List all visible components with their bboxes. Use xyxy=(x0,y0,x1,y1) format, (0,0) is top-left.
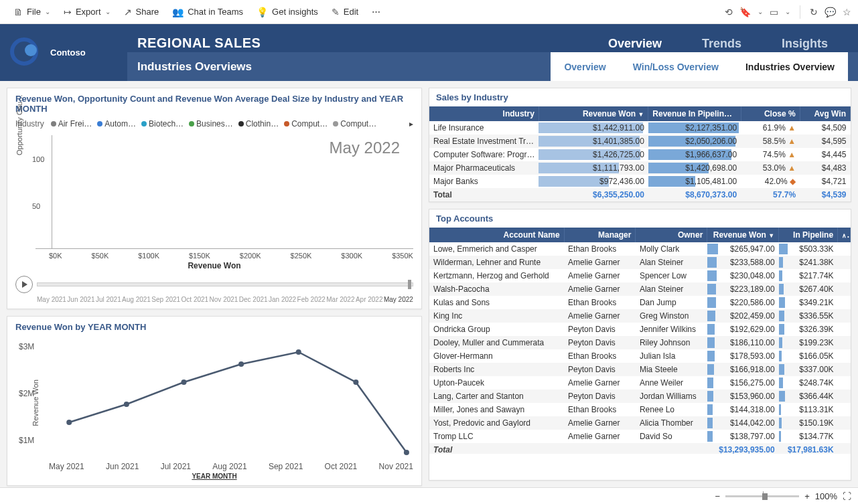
top-accounts-card[interactable]: Top Accounts Account NameManagerOwnerRev… xyxy=(429,209,851,481)
timeline-slider[interactable] xyxy=(37,282,413,286)
column-header[interactable]: In Pipeline xyxy=(779,228,838,242)
svg-point-6 xyxy=(404,450,409,455)
file-menu[interactable]: 🗎File⌄ xyxy=(7,7,57,17)
table-row[interactable]: Roberts IncPeyton DavisMia Steele $166,9… xyxy=(429,363,851,376)
legend-item[interactable]: Clothin… xyxy=(238,119,279,129)
logo-icon xyxy=(10,37,40,68)
svg-point-0 xyxy=(66,420,72,425)
export-menu[interactable]: ↦Export⌄ xyxy=(57,7,117,17)
svg-point-2 xyxy=(181,380,186,385)
table-row[interactable]: Computer Software: Progra… $1,426,725.00… xyxy=(429,148,851,161)
sales-industry-card[interactable]: Sales by Industry IndustryRevenue Won ▼R… xyxy=(429,88,851,202)
column-header[interactable]: Owner xyxy=(636,228,707,242)
more-menu[interactable]: ⋯ xyxy=(365,7,387,17)
subtab-overview[interactable]: Overview xyxy=(564,62,605,72)
subtab-industries[interactable]: Industries Overview xyxy=(745,62,835,72)
column-header[interactable]: Industry xyxy=(429,106,539,121)
edit-button[interactable]: ✎Edit xyxy=(325,7,365,17)
table-row[interactable]: Major Banks $972,436.00 $1,105,481.00 42… xyxy=(429,175,851,188)
table-row[interactable]: Yost, Predovic and GaylordAmelie GarnerA… xyxy=(429,416,851,430)
zoom-in-button[interactable]: + xyxy=(804,491,810,501)
page-subtitle: Industries Overviews xyxy=(137,60,252,74)
tab-overview[interactable]: Overview xyxy=(608,37,662,51)
legend-item[interactable]: Biotech… xyxy=(141,119,184,129)
column-header[interactable]: Manager xyxy=(564,228,636,242)
x-axis-ticks: $0K$50K$100K$150K$200K$250K$300K$350K xyxy=(49,252,413,260)
sub-nav-tabs: Overview Win/Loss Overview Industries Ov… xyxy=(551,52,848,81)
table-row[interactable]: King IncAmelie GarnerGreg Winston $202,4… xyxy=(429,309,851,323)
column-header[interactable]: Avg Win xyxy=(800,106,850,121)
sales-industry-table: IndustryRevenue Won ▼Revenue In Pipeline… xyxy=(429,106,851,201)
brand: Contoso xyxy=(0,24,127,81)
table-header-row: Account NameManagerOwnerRevenue Won ▼In … xyxy=(429,228,851,242)
svg-point-5 xyxy=(353,380,358,385)
legend-item[interactable]: Comput… xyxy=(333,119,376,129)
subtab-winloss[interactable]: Win/Loss Overview xyxy=(633,62,719,72)
table-row[interactable]: Ondricka GroupPeyton DavisJennifer Wilki… xyxy=(429,323,851,336)
chart-plot-area[interactable]: $3M $2M $1M xyxy=(49,339,413,459)
play-button[interactable] xyxy=(15,276,33,293)
legend-item[interactable]: Air Frei… xyxy=(51,119,92,129)
scroll-indicator[interactable]: ∧ xyxy=(838,228,851,242)
table-row[interactable]: Kertzmann, Herzog and GerholdAmelie Garn… xyxy=(429,269,851,282)
comment-icon[interactable]: 💬 xyxy=(825,7,836,17)
table-row[interactable]: Wilderman, Lehner and RunteAmelie Garner… xyxy=(429,256,851,269)
legend-next-icon[interactable]: ▸ xyxy=(409,119,413,129)
bulb-icon: 💡 xyxy=(257,7,268,17)
tab-insights[interactable]: Insights xyxy=(782,37,828,51)
chart-plot-area[interactable]: May 2022 Opportunity Cou… 100 50 xyxy=(35,135,413,249)
table-row[interactable]: Lowe, Emmerich and CasperEthan BrooksMol… xyxy=(429,242,851,256)
table-row[interactable]: Real Estate Investment Trusts $1,401,385… xyxy=(429,135,851,148)
column-header[interactable]: Revenue In Pipeline ▼ xyxy=(648,106,741,121)
column-header[interactable]: Revenue Won ▼ xyxy=(707,228,779,242)
svg-point-4 xyxy=(296,349,301,355)
bookmark-icon[interactable]: 🔖 xyxy=(739,7,751,17)
line-chart-card[interactable]: Revenue Won by YEAR MONTH Revenue Won $3… xyxy=(7,316,422,486)
table-row[interactable]: Tromp LLCAmelie GarnerDavid So $138,797.… xyxy=(429,430,851,443)
legend-item[interactable]: Autom… xyxy=(97,119,136,129)
view-icon[interactable]: ▭ xyxy=(770,7,778,17)
table-row[interactable]: Lang, Carter and StantonPeyton DavisJord… xyxy=(429,390,851,403)
tab-trends[interactable]: Trends xyxy=(702,37,741,51)
ellipsis-icon: ⋯ xyxy=(372,7,380,17)
chart-legend: Industry Air Frei…Autom…Biotech…Busines…… xyxy=(15,119,413,129)
table-row[interactable]: Miller, Jones and SawaynEthan BrooksRene… xyxy=(429,403,851,416)
y-axis-label: Opportunity Cou… xyxy=(15,94,23,155)
share-icon: ↗ xyxy=(124,7,132,17)
share-button[interactable]: ↗Share xyxy=(117,7,166,17)
x-axis-label: YEAR MONTH xyxy=(15,473,413,480)
table-row[interactable]: Kulas and SonsEthan BrooksDan Jump $220,… xyxy=(429,296,851,309)
table-row[interactable]: Major Pharmaceuticals $1,111,793.00 $1,4… xyxy=(429,161,851,175)
table-title: Sales by Industry xyxy=(429,88,851,106)
chevron-down-icon: ⌄ xyxy=(45,8,50,15)
zoom-value: 100% xyxy=(815,491,837,501)
column-header[interactable]: Close % xyxy=(741,106,800,121)
zoom-out-button[interactable]: − xyxy=(715,491,721,501)
chat-teams-button[interactable]: 👥Chat in Teams xyxy=(165,7,250,17)
column-header[interactable]: Revenue Won ▼ xyxy=(539,106,648,121)
chart-title: Revenue Won by YEAR MONTH xyxy=(15,322,413,332)
legend-item[interactable]: Busines… xyxy=(189,119,233,129)
table-row[interactable]: Upton-PaucekAmelie GarnerAnne Weiler $15… xyxy=(429,376,851,390)
main-content: Revenue Won, Opportunity Count and Reven… xyxy=(0,81,858,487)
fit-page-icon[interactable]: ⛶ xyxy=(843,491,851,501)
table-row[interactable]: Dooley, Muller and CummerataPeyton Davis… xyxy=(429,336,851,349)
export-icon: ↦ xyxy=(64,7,72,17)
zoom-slider[interactable] xyxy=(725,495,799,497)
top-nav-tabs: Overview Trends Insights xyxy=(608,37,848,51)
table-header-row: IndustryRevenue Won ▼Revenue In Pipeline… xyxy=(429,106,851,121)
scatter-chart-card[interactable]: Revenue Won, Opportunity Count and Reven… xyxy=(7,88,422,309)
x-axis-ticks: May 2021Jun 2021Jul 2021Aug 2021Sep 2021… xyxy=(49,462,413,471)
table-title: Top Accounts xyxy=(429,209,851,228)
chevron-down-icon: ⌄ xyxy=(105,8,111,15)
column-header[interactable]: Account Name xyxy=(429,228,564,242)
star-icon[interactable]: ☆ xyxy=(843,7,851,17)
table-row[interactable]: Glover-HermannEthan BrooksJulian Isla $1… xyxy=(429,349,851,363)
reset-icon[interactable]: ⟲ xyxy=(725,7,733,17)
refresh-icon[interactable]: ↻ xyxy=(810,7,818,17)
table-row[interactable]: Life Insurance $1,442,911.00 $2,127,351.… xyxy=(429,121,851,135)
legend-item[interactable]: Comput… xyxy=(284,119,328,129)
svg-point-3 xyxy=(238,361,244,367)
get-insights-button[interactable]: 💡Get insights xyxy=(250,7,325,17)
table-row[interactable]: Walsh-PacochaAmelie GarnerAlan Steiner $… xyxy=(429,282,851,296)
